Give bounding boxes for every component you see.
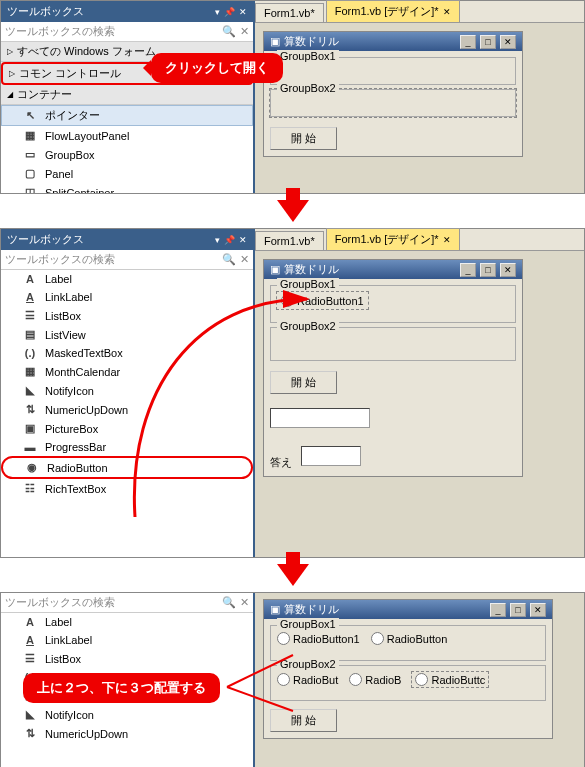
maximize-icon[interactable]: □ bbox=[510, 603, 526, 617]
toolbox-item-richtextbox[interactable]: ☷RichTextBox bbox=[1, 479, 253, 498]
item-label: ListView bbox=[45, 329, 86, 341]
groupbox1[interactable]: GroupBox1 bbox=[270, 57, 516, 85]
toolbox-item-radiobutton[interactable]: ◉RadioButton bbox=[1, 456, 253, 479]
radiobutton4[interactable]: RadioB bbox=[349, 673, 401, 686]
tab-label: Form1.vb* bbox=[264, 7, 315, 19]
radio-input[interactable] bbox=[349, 673, 362, 686]
groupbox2[interactable]: GroupBox2 RadioBut RadioB RadioButtc bbox=[270, 665, 546, 701]
radio-label: RadioButton1 bbox=[297, 295, 364, 307]
design-surface[interactable]: ▣ 算数ドリル _ □ ✕ GroupBox1 GroupBox2 開 始 bbox=[255, 23, 584, 193]
toolbox-item-notifyicon[interactable]: ◣NotifyIcon bbox=[1, 381, 253, 400]
toolbox-item-picturebox[interactable]: ▣PictureBox bbox=[1, 419, 253, 438]
groupbox2[interactable]: GroupBox2 bbox=[270, 327, 516, 361]
toolbox-item-pointer[interactable]: ↖ ポインター bbox=[1, 105, 253, 126]
tab-design[interactable]: Form1.vb [デザイン]* ✕ bbox=[326, 0, 460, 22]
arrow-down-icon bbox=[277, 200, 309, 222]
groupbox1[interactable]: GroupBox1 RadioButton1 bbox=[270, 285, 516, 323]
toolbox-item-listbox[interactable]: ☰ListBox bbox=[1, 649, 253, 668]
collapsed-icon: ▷ bbox=[7, 47, 13, 56]
toolbox-search[interactable]: ツールボックスの検索 🔍 ✕ bbox=[1, 22, 253, 42]
search-icon[interactable]: 🔍 bbox=[222, 253, 236, 266]
toolbox-item-groupbox[interactable]: ▭ GroupBox bbox=[1, 145, 253, 164]
close-icon[interactable]: ✕ bbox=[443, 235, 451, 245]
panel-1: ツールボックス ▾ 📌 ✕ ツールボックスの検索 🔍 ✕ ▷ すべての Wind… bbox=[0, 0, 585, 194]
minimize-icon[interactable]: _ bbox=[460, 263, 476, 277]
item-label: Label bbox=[45, 616, 72, 628]
search-placeholder: ツールボックスの検索 bbox=[5, 252, 115, 267]
tab-design[interactable]: Form1.vb [デザイン]*✕ bbox=[326, 228, 460, 250]
toolbox-item-linklabel[interactable]: ALinkLabel bbox=[1, 288, 253, 306]
minimize-icon[interactable]: _ bbox=[460, 35, 476, 49]
groupbox2[interactable]: GroupBox2 bbox=[270, 89, 516, 117]
linklabel-icon: A bbox=[23, 291, 37, 303]
item-label: NotifyIcon bbox=[45, 709, 94, 721]
label-icon: A bbox=[23, 273, 37, 285]
flowlayout-icon: ▦ bbox=[23, 129, 37, 142]
toolbox-search[interactable]: ツールボックスの検索 🔍 ✕ bbox=[1, 593, 253, 613]
dropdown-icon[interactable]: ▾ bbox=[215, 7, 220, 17]
radio-input[interactable] bbox=[277, 673, 290, 686]
search-icon[interactable]: 🔍 bbox=[222, 25, 236, 38]
close-icon[interactable]: ✕ bbox=[500, 263, 516, 277]
textbox[interactable] bbox=[270, 408, 370, 428]
clear-search-icon[interactable]: ✕ bbox=[240, 596, 249, 609]
toolbox-item-linklabel[interactable]: ALinkLabel bbox=[1, 631, 253, 649]
answer-textbox[interactable] bbox=[301, 446, 361, 466]
category-label: コモン コントロール bbox=[19, 66, 121, 81]
groupbox-icon: ▭ bbox=[23, 148, 37, 161]
document-tabs: Form1.vb* Form1.vb [デザイン]* ✕ bbox=[255, 1, 584, 23]
groupbox1[interactable]: GroupBox1 RadioButton1 RadioButton bbox=[270, 625, 546, 661]
maximize-icon[interactable]: □ bbox=[480, 263, 496, 277]
toolbox-item-notifyicon[interactable]: ◣NotifyIcon bbox=[1, 705, 253, 724]
radiobutton1[interactable]: RadioButton1 bbox=[277, 292, 368, 309]
radio-input[interactable] bbox=[281, 294, 294, 307]
expanded-icon: ◢ bbox=[7, 90, 13, 99]
toolbox-item-numericupdown[interactable]: ⇅NumericUpDown bbox=[1, 400, 253, 419]
search-icon[interactable]: 🔍 bbox=[222, 596, 236, 609]
tab-code[interactable]: Form1.vb* bbox=[255, 231, 324, 250]
toolbox-item-splitcontainer[interactable]: ◫ SplitContainer bbox=[1, 183, 253, 193]
minimize-icon[interactable]: _ bbox=[490, 603, 506, 617]
item-label: LinkLabel bbox=[45, 634, 92, 646]
radiobutton3[interactable]: RadioBut bbox=[277, 673, 338, 686]
radio-input[interactable] bbox=[415, 673, 428, 686]
toolbox-item-panel[interactable]: ▢ Panel bbox=[1, 164, 253, 183]
toolbox-item-numericupdown[interactable]: ⇅NumericUpDown bbox=[1, 724, 253, 743]
close-icon[interactable]: ✕ bbox=[500, 35, 516, 49]
panel-icon: ▢ bbox=[23, 167, 37, 180]
design-surface[interactable]: ▣ 算数ドリル _ □ ✕ GroupBox1 RadioButton1 Gro… bbox=[255, 251, 584, 557]
start-button[interactable]: 開 始 bbox=[270, 709, 337, 732]
radiobutton2[interactable]: RadioButton bbox=[371, 632, 448, 645]
toolbox-item-listview[interactable]: ▤ListView bbox=[1, 325, 253, 344]
pin-icon[interactable]: 📌 bbox=[224, 7, 235, 17]
close-icon[interactable]: ✕ bbox=[443, 7, 451, 17]
close-icon[interactable]: ✕ bbox=[239, 235, 247, 245]
radiobutton5[interactable]: RadioButtc bbox=[412, 672, 488, 687]
clear-search-icon[interactable]: ✕ bbox=[240, 253, 249, 266]
toolbox-item-progressbar[interactable]: ▬ProgressBar bbox=[1, 438, 253, 456]
radio-input[interactable] bbox=[277, 632, 290, 645]
close-icon[interactable]: ✕ bbox=[239, 7, 247, 17]
pin-icon[interactable]: 📌 bbox=[224, 235, 235, 245]
toolbox-item-label[interactable]: ALabel bbox=[1, 613, 253, 631]
dropdown-icon[interactable]: ▾ bbox=[215, 235, 220, 245]
category-container[interactable]: ◢ コンテナー bbox=[1, 85, 253, 105]
toolbox-item-maskedtextbox[interactable]: (.)MaskedTextBox bbox=[1, 344, 253, 362]
toolbox-search[interactable]: ツールボックスの検索 🔍 ✕ bbox=[1, 250, 253, 270]
clear-search-icon[interactable]: ✕ bbox=[240, 25, 249, 38]
maximize-icon[interactable]: □ bbox=[480, 35, 496, 49]
callout-click-to-open: クリックして開く bbox=[151, 53, 283, 83]
toolbox-item-flowlayoutpanel[interactable]: ▦ FlowLayoutPanel bbox=[1, 126, 253, 145]
start-button[interactable]: 開 始 bbox=[270, 127, 337, 150]
toolbox-item-monthcalendar[interactable]: ▦MonthCalendar bbox=[1, 362, 253, 381]
radiobutton1[interactable]: RadioButton1 bbox=[277, 632, 360, 645]
design-surface[interactable]: ▣ 算数ドリル _ □ ✕ GroupBox1 RadioButton1 Rad… bbox=[255, 593, 584, 767]
tab-code[interactable]: Form1.vb* bbox=[255, 3, 324, 22]
toolbox-item-label[interactable]: ALabel bbox=[1, 270, 253, 288]
item-label: NumericUpDown bbox=[45, 404, 128, 416]
form-window: ▣ 算数ドリル _ □ ✕ GroupBox1 GroupBox2 開 始 bbox=[263, 31, 523, 157]
radio-input[interactable] bbox=[371, 632, 384, 645]
close-icon[interactable]: ✕ bbox=[530, 603, 546, 617]
toolbox-item-listbox[interactable]: ☰ListBox bbox=[1, 306, 253, 325]
start-button[interactable]: 開 始 bbox=[270, 371, 337, 394]
